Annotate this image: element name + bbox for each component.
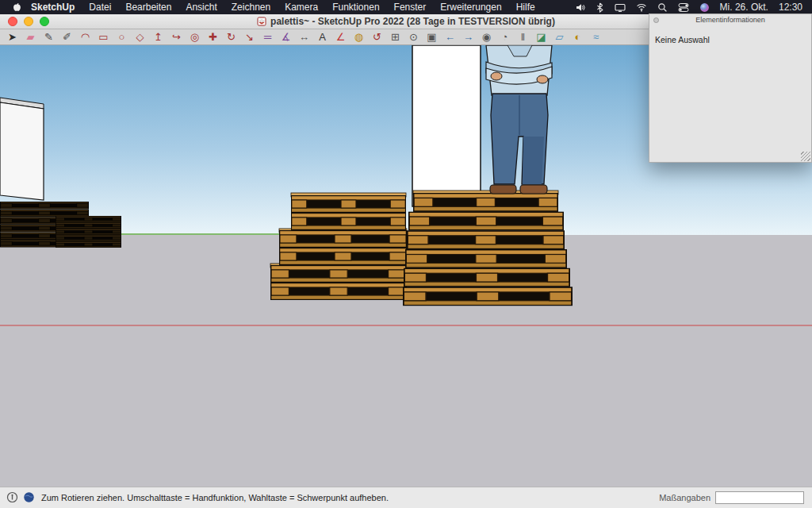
previous-view-tool[interactable]: ← <box>441 29 459 45</box>
paint-bucket-tool[interactable]: ◍ <box>350 29 368 45</box>
shadows-tool[interactable]: ◐ <box>569 29 587 45</box>
zoom-tool[interactable]: ⊙ <box>404 29 423 45</box>
menu-item-hilfe[interactable]: Hilfe <box>509 0 542 14</box>
menu-item-ansicht[interactable]: Ansicht <box>178 0 224 14</box>
white-column[interactable] <box>412 45 481 206</box>
follow-me-tool[interactable]: ↪ <box>167 29 186 45</box>
minimize-button[interactable] <box>24 17 33 26</box>
control-center-icon[interactable] <box>678 2 689 13</box>
section-plane-tool[interactable]: ◪ <box>532 29 550 45</box>
position-camera-tool[interactable]: ◉ <box>477 29 496 45</box>
menu-item-zeichnen[interactable]: Zeichnen <box>224 0 278 14</box>
rotate-tool[interactable]: ↻ <box>222 29 240 45</box>
panel-close-button[interactable] <box>653 17 659 23</box>
window-title: palettis~ - SketchUp Pro 2022 (28 Tage i… <box>270 16 555 27</box>
move-tool[interactable]: ✚ <box>204 29 222 45</box>
look-around-tool[interactable]: ◔ <box>496 29 514 45</box>
zoom-button[interactable] <box>40 17 49 26</box>
menu-item-fenster[interactable]: Fenster <box>387 0 434 14</box>
axes-tool[interactable]: ∠ <box>331 29 350 45</box>
menu-item-datei[interactable]: Datei <box>82 0 118 14</box>
zoom-extents-tool[interactable]: ▣ <box>423 29 441 45</box>
protractor-tool[interactable]: ∡ <box>277 29 295 45</box>
text-tool[interactable]: A <box>313 29 331 45</box>
apple-menu-icon[interactable] <box>8 2 24 13</box>
tape-measure-tool[interactable]: ═ <box>259 29 277 45</box>
panel-selection-status: Keine Auswahl <box>649 25 811 44</box>
xray-tool[interactable]: ▱ <box>550 29 569 45</box>
credits-globe-icon[interactable] <box>23 491 35 505</box>
measurements-label: Maßangaben <box>659 493 710 502</box>
push-pull-tool[interactable]: ↥ <box>149 29 167 45</box>
status-bar: Zum Rotieren ziehen. Umschalttaste = Han… <box>0 487 812 508</box>
display-icon[interactable] <box>615 2 626 13</box>
offset-tool[interactable]: ◎ <box>186 29 204 45</box>
orbit-tool[interactable]: ↺ <box>368 29 386 45</box>
measurements-input[interactable] <box>715 491 804 504</box>
close-button[interactable] <box>8 17 17 26</box>
freehand-tool[interactable]: ✐ <box>58 29 76 45</box>
scale-tool[interactable]: ↘ <box>240 29 259 45</box>
fog-tool[interactable]: ≈ <box>587 29 605 45</box>
select-tool[interactable]: ➤ <box>3 29 21 45</box>
volume-icon[interactable] <box>575 2 585 13</box>
panel-resize-grip[interactable] <box>801 152 810 161</box>
menu-bar: SketchUpDateiBearbeitenAnsichtZeichnenKa… <box>0 0 812 14</box>
menu-item-erweiterungen[interactable]: Erweiterungen <box>433 0 508 14</box>
arc-tool[interactable]: ◠ <box>76 29 94 45</box>
document-proxy-icon <box>257 17 266 26</box>
menu-item-kamera[interactable]: Kamera <box>278 0 325 14</box>
menu-items: SketchUpDateiBearbeitenAnsichtZeichnenKa… <box>24 0 542 14</box>
status-hint: Zum Rotieren ziehen. Umschalttaste = Han… <box>41 493 389 502</box>
circle-tool[interactable]: ○ <box>113 29 131 45</box>
walk-tool[interactable]: ‖ <box>514 29 532 45</box>
pallet-stack-right[interactable] <box>403 190 573 306</box>
white-box-left[interactable] <box>0 98 44 200</box>
search-icon[interactable] <box>657 2 668 13</box>
menu-item-sketchup[interactable]: SketchUp <box>24 0 82 14</box>
wifi-icon[interactable] <box>636 2 647 12</box>
siri-icon[interactable] <box>699 2 710 13</box>
dimension-tool[interactable]: ↔ <box>295 29 313 45</box>
menu-item-bearbeiten[interactable]: Bearbeiten <box>118 0 178 14</box>
line-tool[interactable]: ✎ <box>40 29 58 45</box>
bluetooth-icon[interactable] <box>596 2 604 13</box>
menubar-clock[interactable]: 12:30 <box>779 2 802 13</box>
next-view-tool[interactable]: → <box>459 29 477 45</box>
panel-title: Elementinformationen <box>695 16 765 24</box>
polygon-tool[interactable]: ◇ <box>131 29 149 45</box>
eraser-tool[interactable]: ▰ <box>21 29 40 45</box>
entity-info-panel: Elementinformationen Keine Auswahl <box>649 13 812 163</box>
geolocation-icon[interactable] <box>6 491 18 505</box>
menubar-date[interactable]: Mi. 26. Okt. <box>720 2 768 13</box>
menu-item-funktionen[interactable]: Funktionen <box>325 0 386 14</box>
rectangle-tool[interactable]: ▭ <box>94 29 113 45</box>
tool-icons: ➤▰✎✐◠▭○◇↥↪◎✚↻↘═∡↔A∠◍↺⊞⊙▣←→◉◔‖◪▱◐≈ <box>3 29 605 45</box>
pan-tool[interactable]: ⊞ <box>386 29 404 45</box>
